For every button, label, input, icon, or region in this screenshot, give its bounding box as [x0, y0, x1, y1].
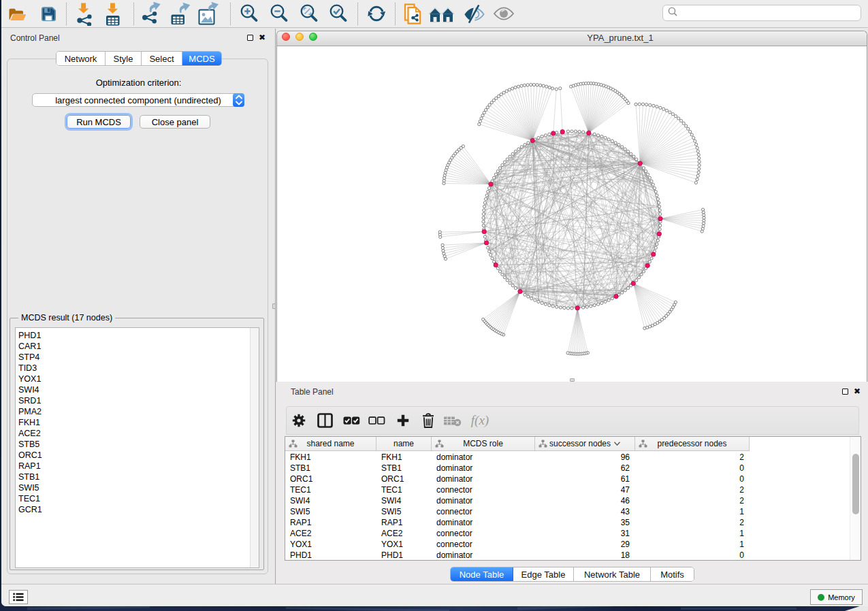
create-column-button[interactable] [394, 412, 412, 429]
show-columns-button[interactable] [316, 412, 334, 429]
show-panels-button[interactable] [9, 590, 28, 604]
folder-open-icon [8, 5, 27, 22]
table-row[interactable]: FKH1FKH1dominator962 [285, 452, 750, 463]
export-image-button[interactable] [199, 3, 219, 24]
first-neighbors-button[interactable] [432, 3, 452, 24]
column-header-name[interactable]: name [376, 437, 432, 450]
column-label: predecessor nodes [657, 439, 726, 448]
mcds-node-item[interactable]: PHD1 [16, 330, 259, 341]
table-row[interactable]: SWI4SWI4dominator462 [285, 495, 750, 506]
mcds-node-item[interactable]: FKH1 [16, 417, 259, 428]
mcds-node-item[interactable]: SRD1 [16, 395, 259, 406]
memory-button[interactable]: Memory [810, 589, 863, 605]
table-row[interactable]: YOX1YOX1connector291 [285, 539, 750, 550]
optimization-criterion-value: largest connected component (undirected) [55, 95, 221, 105]
column-label: name [393, 439, 414, 448]
column-header-shared-name[interactable]: shared name [285, 437, 376, 450]
delete-column-button[interactable] [419, 412, 437, 429]
table-row[interactable]: STB1STB1dominator620 [285, 463, 750, 474]
close-table-panel-icon[interactable]: ✖ [854, 389, 861, 395]
tab-node-table[interactable]: Node Table [451, 567, 513, 581]
mcds-node-item[interactable]: CAR1 [16, 341, 259, 352]
mcds-node-item[interactable]: STP4 [16, 352, 259, 363]
toolbar-separator [357, 3, 358, 25]
unselect-all-columns-button[interactable] [368, 412, 385, 429]
table-settings-button[interactable] [290, 412, 308, 429]
tree-icon [289, 440, 298, 448]
run-mcds-button[interactable]: Run MCDS [67, 115, 131, 129]
mcds-node-item[interactable]: ORC1 [16, 450, 259, 461]
table-row[interactable]: ACE2ACE2connector311 [285, 528, 750, 539]
mcds-node-item[interactable]: RAP1 [16, 461, 259, 472]
zoom-fit-button[interactable] [299, 3, 319, 24]
table-row[interactable]: ORC1ORC1dominator610 [285, 474, 750, 484]
column-header-MCDS-role[interactable]: MCDS role [432, 437, 535, 450]
table-row[interactable]: PHD1PHD1dominator180 [285, 550, 750, 561]
zoom-out-button[interactable] [269, 3, 289, 24]
tab-network[interactable]: Network [57, 52, 106, 65]
table-row[interactable]: SWI5SWI5connector431 [285, 506, 750, 517]
cell-MCDS-role: dominator [432, 452, 535, 463]
mcds-node-item[interactable]: TID3 [16, 363, 259, 374]
cell-predecessor-nodes: 2 [635, 452, 750, 463]
zoom-in-button[interactable] [239, 3, 259, 24]
hide-selected-button[interactable] [464, 3, 484, 24]
mcds-list-scrollbar[interactable] [250, 328, 259, 567]
zoom-selected-button[interactable] [328, 3, 349, 24]
tab-edge-table[interactable]: Edge Table [513, 567, 574, 581]
column-header-successor-nodes[interactable]: successor nodes [535, 437, 635, 450]
float-table-panel-icon[interactable] [842, 389, 848, 395]
table-row[interactable]: RAP1RAP1dominator352 [285, 517, 750, 528]
close-panel-icon[interactable]: ✖ [259, 35, 266, 41]
vertical-splitter-grip[interactable] [272, 303, 276, 309]
apply-layout-button[interactable] [366, 3, 387, 24]
optimization-criterion-select[interactable]: largest connected component (undirected) [32, 93, 244, 107]
column-header-predecessor-nodes[interactable]: predecessor nodes [635, 437, 750, 450]
mcds-node-item[interactable]: STB5 [16, 439, 259, 450]
mcds-node-item[interactable]: GCR1 [16, 504, 259, 515]
float-panel-icon[interactable] [247, 35, 253, 41]
open-file-button[interactable] [7, 3, 28, 24]
network-window-titlebar[interactable]: YPA_prune.txt_1 [277, 31, 867, 46]
cell-successor-nodes: 96 [535, 452, 635, 463]
show-all-button[interactable] [494, 3, 514, 24]
export-table-button[interactable] [170, 3, 191, 24]
network-canvas[interactable] [277, 47, 867, 382]
eye-slash-icon [463, 5, 485, 23]
import-table-button[interactable] [105, 3, 125, 24]
cell-predecessor-nodes: 2 [635, 517, 750, 528]
tab-network-table[interactable]: Network Table [574, 567, 651, 581]
export-network-button[interactable] [141, 3, 161, 24]
close-panel-button[interactable]: Close panel [140, 115, 210, 129]
mcds-node-item[interactable]: PMA2 [16, 406, 259, 417]
tab-motifs[interactable]: Motifs [651, 567, 694, 581]
cell-name: PHD1 [376, 550, 432, 561]
select-all-columns-button[interactable] [342, 412, 360, 429]
houses-icon [428, 5, 455, 23]
new-network-from-selection-button[interactable] [403, 3, 423, 24]
toolbar-separator [395, 3, 396, 25]
zoom-out-icon [269, 3, 289, 24]
mcds-node-item[interactable]: SWI5 [16, 482, 259, 493]
mcds-node-item[interactable]: TEC1 [16, 493, 259, 504]
save-session-button[interactable] [38, 3, 59, 24]
function-builder-button: f(x) [471, 412, 489, 429]
column-label: shared name [306, 439, 354, 448]
mcds-node-item[interactable]: SWI4 [16, 384, 259, 395]
status-bar: Memory [1, 584, 868, 606]
mcds-node-item[interactable]: ACE2 [16, 428, 259, 439]
search-box[interactable] [662, 5, 861, 21]
table-row[interactable]: TEC1TEC1connector472 [285, 484, 750, 495]
tab-style[interactable]: Style [106, 52, 142, 65]
mcds-result-list[interactable]: PHD1CAR1STP4TID3YOX1SWI4SRD1PMA2FKH1ACE2… [15, 327, 259, 568]
table-scrollbar[interactable] [850, 437, 861, 560]
tab-mcds[interactable]: MCDS [182, 52, 221, 65]
columns-icon [317, 413, 333, 428]
zoom-selected-icon [328, 3, 349, 24]
mcds-node-item[interactable]: YOX1 [16, 374, 259, 384]
fx-icon: f(x) [471, 413, 489, 428]
import-network-button[interactable] [75, 3, 95, 24]
table-scrollbar-thumb[interactable] [852, 454, 859, 514]
tab-select[interactable]: Select [142, 52, 182, 65]
mcds-node-item[interactable]: STB1 [16, 472, 259, 482]
